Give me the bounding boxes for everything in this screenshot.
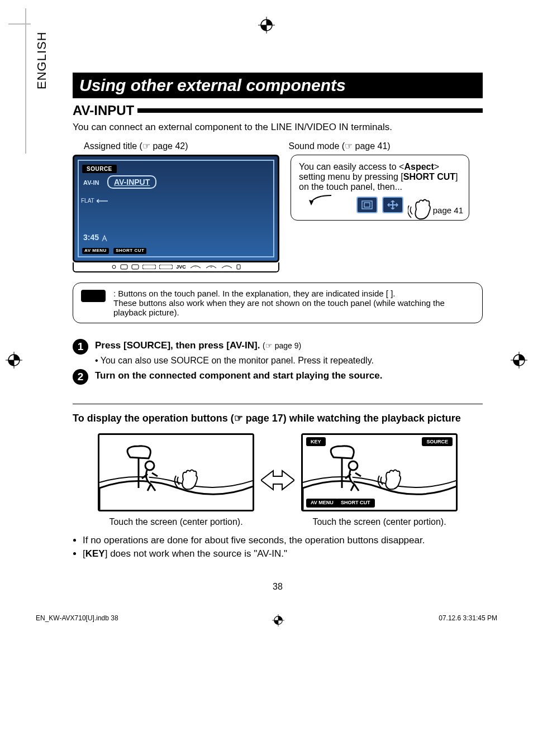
heading-rule xyxy=(137,108,483,113)
svg-rect-12 xyxy=(132,265,139,269)
page-number: 38 xyxy=(73,582,483,592)
overlay-avmenu-button: AV MENU xyxy=(306,499,338,508)
plus-hw-button: + xyxy=(205,265,217,269)
svg-point-29 xyxy=(349,461,358,470)
device-base: JVC - + xyxy=(73,262,279,272)
bullet-2: [KEY] does not work when the source is "… xyxy=(83,548,483,559)
svg-text:-: - xyxy=(195,265,196,269)
trim-line-vertical xyxy=(25,8,26,154)
screen-clock: 3:45 xyxy=(83,233,108,242)
subsection-heading: To display the operation buttons (☞ page… xyxy=(73,412,483,424)
svg-rect-17 xyxy=(237,265,240,269)
step-1-title: Press [SOURCE], then press [AV-IN]. xyxy=(95,340,260,351)
disp-hw-button xyxy=(159,265,173,269)
trim-line-horizontal xyxy=(8,23,31,25)
overlay-key-button: KEY xyxy=(306,437,326,446)
note-line-2: These buttons also work when they are no… xyxy=(113,298,474,317)
svg-point-25 xyxy=(145,461,154,470)
note-line-1: : Buttons on the touch panel. In the exp… xyxy=(113,289,474,298)
crop-mark-right xyxy=(511,352,527,371)
power-icon xyxy=(111,264,117,270)
bullet-1: If no operations are done for about five… xyxy=(83,535,483,546)
svg-rect-14 xyxy=(159,265,173,269)
overlay-source-button: SOURCE xyxy=(422,437,453,446)
svg-marker-26 xyxy=(261,471,294,490)
step-1-ref: (☞ page 9) xyxy=(263,341,301,350)
svg-rect-13 xyxy=(142,265,156,269)
screen-avin-label: AV-IN xyxy=(83,179,99,186)
eject-icon xyxy=(131,264,139,270)
crop-mark-top xyxy=(258,17,275,36)
step-2-title: Turn on the connected component and star… xyxy=(95,370,382,381)
playback-caption-right: Touch the screen (center portion). xyxy=(301,517,458,527)
beach-scene-icon xyxy=(99,435,254,511)
device-illustration: SOURCE AV-IN AV-INPUT FLAT 3:45 xyxy=(73,155,279,272)
footer-right: 07.12.6 3:31:45 PM xyxy=(439,614,497,626)
screen-flat-label: FLAT xyxy=(81,198,94,204)
svg-point-10 xyxy=(112,265,116,269)
tip-box: You can easily access to <Aspect> settin… xyxy=(291,155,469,221)
footer-left: EN_KW-AVX710[U].indb 38 xyxy=(36,614,118,626)
svg-rect-23 xyxy=(99,435,254,511)
move-icon xyxy=(382,197,403,213)
step-1-badge: 1 xyxy=(73,339,88,355)
svg-rect-11 xyxy=(121,265,127,269)
slot-icon xyxy=(236,264,241,270)
footer-crop-icon xyxy=(272,614,284,626)
double-arrow-icon xyxy=(261,466,294,494)
crop-mark-left xyxy=(6,352,22,371)
playback-screen-left xyxy=(98,433,254,511)
section-heading: AV-INPUT xyxy=(73,103,134,118)
svg-rect-19 xyxy=(362,201,372,209)
source-hw-button xyxy=(142,265,156,269)
brand-label: JVC xyxy=(176,264,186,270)
divider xyxy=(73,404,483,404)
svg-text:+: + xyxy=(210,265,212,269)
step-1-sub: • You can also use SOURCE on the monitor… xyxy=(95,355,374,367)
home-icon xyxy=(120,264,128,270)
open-hw-button xyxy=(221,265,233,269)
aspect-icon xyxy=(356,197,378,213)
step-2-badge: 2 xyxy=(73,369,88,385)
antenna-icon xyxy=(101,235,108,241)
screen-source-button: SOURCE xyxy=(82,165,117,173)
touch-hand-icon xyxy=(408,195,436,223)
leader-arrow-icon xyxy=(97,199,108,203)
screen-title-box: AV-INPUT xyxy=(107,175,156,189)
page-title: Using other external components xyxy=(73,73,483,98)
tip-text: You can easily access to <Aspect> settin… xyxy=(299,162,461,192)
playback-caption-left: Touch the screen (center portion). xyxy=(98,517,254,527)
minus-hw-button: - xyxy=(189,265,202,269)
svg-rect-20 xyxy=(364,203,370,207)
playback-screen-right: KEY SOURCE AV MENU SHORT CUT xyxy=(301,433,458,511)
callout-assigned-title: Assigned title (☞ page 42) xyxy=(84,141,188,151)
callout-sound-mode: Sound mode (☞ page 41) xyxy=(289,141,391,151)
screen-avmenu-button: AV MENU xyxy=(82,248,109,254)
intro-text: You can connect an external component to… xyxy=(73,122,483,133)
button-chip-icon xyxy=(81,290,106,302)
overlay-shortcut-button: SHORT CUT xyxy=(336,499,375,508)
screen-shortcut-button: SHORT CUT xyxy=(113,248,146,254)
language-tab: ENGLISH xyxy=(35,31,49,89)
note-box: : Buttons on the touch panel. In the exp… xyxy=(73,283,483,323)
tip-arrow-icon xyxy=(304,194,332,205)
